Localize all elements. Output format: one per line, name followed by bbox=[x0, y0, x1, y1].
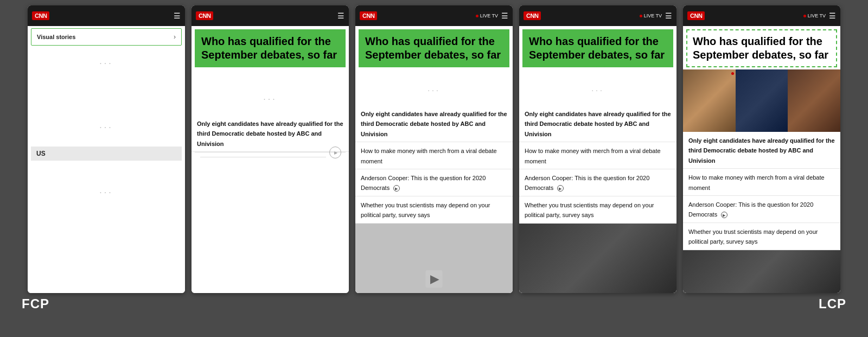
labels-row: FCP LCP bbox=[11, 296, 857, 311]
frame2-content: Who has qualified for the September deba… bbox=[192, 26, 349, 293]
cnn-logo-2: CNN bbox=[196, 11, 213, 20]
candidate-image-5 bbox=[683, 69, 840, 132]
headline-container-4: Who has qualified for the September deba… bbox=[522, 29, 673, 67]
frames-row: CNN ☰ Visual stories › ··· ··· US ··· bbox=[11, 5, 857, 293]
visual-stories-label: Visual stories bbox=[37, 34, 75, 40]
fcp-label: FCP bbox=[22, 296, 49, 311]
story-5-3-text: Whether you trust scientists may depend … bbox=[688, 228, 818, 245]
live-tv-label-5: LIVE TV bbox=[808, 13, 826, 18]
frame-fcp: CNN ☰ Visual stories › ··· ··· US ··· bbox=[28, 5, 185, 293]
story-4-3-text: Whether you trust scientists may depend … bbox=[525, 202, 654, 218]
video-play-btn-2[interactable] bbox=[329, 147, 341, 158]
headline-container-2: Who has qualified for the September deba… bbox=[195, 29, 346, 67]
headline-title-5: Who has qualified for the September deba… bbox=[693, 35, 831, 62]
story-3-3-text: Whether you trust scientists may depend … bbox=[361, 202, 490, 218]
story-5-1[interactable]: How to make money with merch from a vira… bbox=[683, 169, 840, 196]
story-4-1-text: How to make money with merch from a vira… bbox=[525, 148, 661, 164]
story-3-1-text: How to make money with merch from a vira… bbox=[361, 148, 497, 164]
loading-mid-3: ··· bbox=[355, 75, 513, 105]
story-5-3[interactable]: Whether you trust scientists may depend … bbox=[683, 223, 840, 250]
story-5-1-text: How to make money with merch from a vira… bbox=[688, 174, 825, 190]
bottom-image-4 bbox=[519, 224, 676, 293]
navbar-right-5: LIVE TV ☰ bbox=[803, 12, 836, 20]
story-5-2[interactable]: Anderson Cooper: This is the question fo… bbox=[683, 196, 840, 223]
navbar-1: CNN ☰ bbox=[28, 5, 185, 26]
live-tv-label-3: LIVE TV bbox=[480, 13, 498, 18]
sub-text-2: Only eight candidates have already quali… bbox=[192, 115, 349, 152]
phone-frame-1: CNN ☰ Visual stories › ··· ··· US ··· bbox=[28, 5, 185, 293]
phone-frame-3: CNN LIVE TV ☰ Who has qualified for the … bbox=[355, 5, 513, 293]
headline-title-3: Who has qualified for the September deba… bbox=[365, 35, 503, 62]
navbar-3: CNN LIVE TV ☰ bbox=[355, 5, 513, 26]
frame-4-outer: CNN LIVE TV ☰ Who has qualified for the … bbox=[519, 5, 676, 293]
story-3-3[interactable]: Whether you trust scientists may depend … bbox=[355, 196, 513, 224]
story-3-2[interactable]: Anderson Cooper: This is the question fo… bbox=[355, 169, 513, 196]
frame-3-outer: CNN LIVE TV ☰ Who has qualified for the … bbox=[355, 5, 513, 293]
headline-title-4: Who has qualified for the September deba… bbox=[529, 35, 667, 62]
us-section: US bbox=[31, 147, 182, 161]
live-dot-3 bbox=[476, 15, 478, 17]
sub-text-label-2: Only eight candidates have already quali… bbox=[197, 120, 343, 147]
story-5-2-text: Anderson Cooper: This is the question fo… bbox=[688, 201, 813, 218]
navbar-right-2: ☰ bbox=[337, 12, 344, 20]
hamburger-icon-2[interactable]: ☰ bbox=[337, 12, 344, 20]
play-icon-4-2[interactable]: ▶ bbox=[557, 185, 564, 192]
hamburger-icon-1[interactable]: ☰ bbox=[174, 12, 181, 20]
cnn-logo-1: CNN bbox=[32, 11, 49, 20]
sub-text-label-3: Only eight candidates have already quali… bbox=[361, 111, 507, 137]
headline-container-5: Who has qualified for the September deba… bbox=[686, 29, 837, 67]
sub-text-label-4: Only eight candidates have already quali… bbox=[525, 111, 671, 137]
live-tv-label-4: LIVE TV bbox=[644, 13, 662, 18]
cnn-logo-3: CNN bbox=[360, 11, 377, 20]
frame4-content: Who has qualified for the September deba… bbox=[519, 26, 676, 293]
live-tv-3: LIVE TV bbox=[476, 13, 498, 18]
candidate-person-2 bbox=[736, 69, 788, 132]
live-dot-5 bbox=[803, 15, 806, 17]
headline-container-3: Who has qualified for the September deba… bbox=[359, 29, 509, 67]
live-tv-5: LIVE TV bbox=[803, 13, 826, 18]
sub-text-5: Only eight candidates have already quali… bbox=[683, 132, 840, 169]
frame1-content: Visual stories › ··· ··· US ··· bbox=[28, 26, 185, 293]
loading-dots-3: ··· bbox=[28, 177, 185, 208]
candidate-person-3 bbox=[788, 69, 840, 132]
bottom-image-5 bbox=[683, 250, 840, 293]
cnn-logo-5: CNN bbox=[687, 11, 705, 20]
lcp-label: LCP bbox=[819, 296, 846, 311]
sub-text-3: Only eight candidates have already quali… bbox=[355, 105, 513, 142]
visual-stories-arrow[interactable]: › bbox=[174, 33, 176, 41]
hamburger-icon-3[interactable]: ☰ bbox=[501, 12, 508, 20]
story-4-1[interactable]: How to make money with merch from a vira… bbox=[519, 142, 676, 169]
story-4-3[interactable]: Whether you trust scientists may depend … bbox=[519, 196, 676, 224]
phone-frame-2: CNN ☰ Who has qualified for the Septembe… bbox=[192, 5, 349, 293]
phone-frame-5: CNN LIVE TV ☰ Who has qualified for the … bbox=[683, 5, 840, 293]
sub-text-label-5: Only eight candidates have already quali… bbox=[688, 137, 835, 164]
cnn-logo-4: CNN bbox=[524, 11, 541, 20]
hamburger-icon-4[interactable]: ☰ bbox=[665, 12, 672, 20]
story-3-1[interactable]: How to make money with merch from a vira… bbox=[355, 142, 513, 169]
play-icon-3-2[interactable]: ▶ bbox=[393, 185, 400, 192]
frame-lcp: CNN LIVE TV ☰ Who has qualified for the … bbox=[683, 5, 840, 293]
screenshots-container: CNN ☰ Visual stories › ··· ··· US ··· bbox=[11, 5, 857, 332]
story-4-2[interactable]: Anderson Cooper: This is the question fo… bbox=[519, 169, 676, 196]
story-4-2-text: Anderson Cooper: This is the question fo… bbox=[525, 175, 649, 191]
loading-dots-2: ··· bbox=[28, 112, 185, 143]
loading-dots-1: ··· bbox=[28, 48, 185, 79]
visual-stories-bar[interactable]: Visual stories › bbox=[31, 28, 182, 46]
navbar-5: CNN LIVE TV ☰ bbox=[683, 5, 840, 26]
frame3-content: Who has qualified for the September deba… bbox=[355, 26, 513, 293]
play-icon-5-2[interactable]: ▶ bbox=[721, 212, 727, 218]
story-3-2-text: Anderson Cooper: This is the question fo… bbox=[361, 175, 486, 191]
navbar-right-4: LIVE TV ☰ bbox=[640, 12, 672, 20]
candidate-person-1 bbox=[683, 69, 736, 132]
loading-mid-2: ··· bbox=[192, 84, 349, 115]
loading-mid-4: ··· bbox=[519, 75, 676, 105]
navbar-4: CNN LIVE TV ☰ bbox=[519, 5, 676, 26]
hamburger-icon-5[interactable]: ☰ bbox=[829, 12, 836, 20]
live-dot-4 bbox=[640, 15, 642, 17]
navbar-2: CNN ☰ bbox=[192, 5, 349, 26]
navbar-right-1: ☰ bbox=[174, 12, 181, 20]
frame5-content: Who has qualified for the September deba… bbox=[683, 26, 840, 293]
navbar-right-3: LIVE TV ☰ bbox=[476, 12, 508, 20]
live-tv-4: LIVE TV bbox=[640, 13, 662, 18]
bottom-image-3: ▶ bbox=[355, 224, 513, 293]
